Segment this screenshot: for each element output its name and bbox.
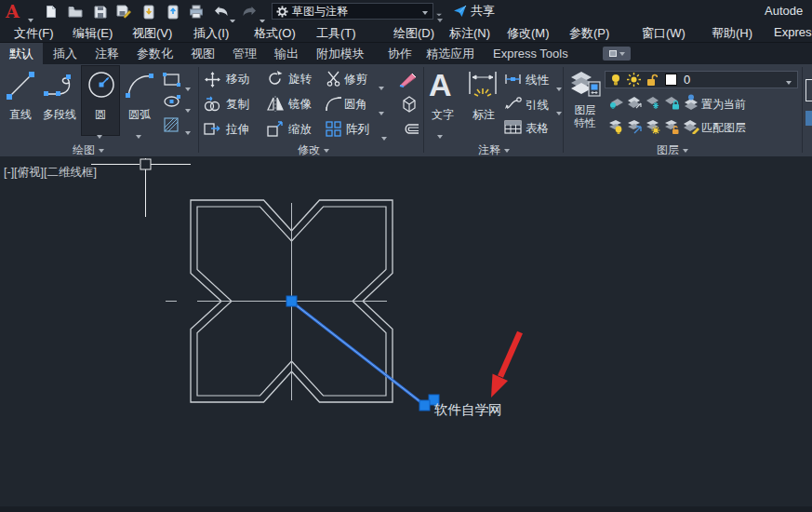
trim-dropdown-icon[interactable] [379, 77, 384, 94]
text-button[interactable]: A [429, 67, 452, 102]
linear-dim-button[interactable] [504, 74, 522, 85]
mirror-label[interactable]: 镜像 [288, 97, 312, 113]
autocad-logo-icon[interactable]: A [6, 1, 20, 21]
hatch-button[interactable] [163, 116, 180, 133]
fillet-dropdown-icon[interactable] [379, 102, 384, 119]
move-button[interactable] [205, 72, 220, 88]
arc-button[interactable] [125, 72, 154, 100]
make-current-label[interactable]: 置为当前 [701, 97, 746, 113]
menu-dimension[interactable]: 标注(N) [449, 25, 490, 42]
menu-edit[interactable]: 编辑(E) [73, 25, 113, 42]
save-button[interactable] [92, 4, 109, 20]
dimension-button[interactable] [467, 70, 499, 101]
erase-button[interactable] [398, 70, 419, 88]
tab-addins[interactable]: 附加模块 [307, 43, 374, 64]
table-button[interactable] [504, 120, 522, 134]
menu-express[interactable]: Express [774, 25, 812, 39]
menu-help[interactable]: 帮助(H) [712, 25, 752, 42]
new-file-button[interactable] [43, 4, 60, 20]
menu-file[interactable]: 文件(F) [14, 25, 54, 42]
tab-view[interactable]: 视图 [181, 43, 224, 64]
move-label[interactable]: 移动 [226, 72, 249, 88]
menu-parametric[interactable]: 参数(P) [569, 25, 609, 42]
scale-button[interactable] [267, 121, 284, 137]
layer-properties-button[interactable] [570, 70, 601, 99]
mirror-button[interactable] [267, 96, 284, 112]
centerlines[interactable] [166, 203, 387, 400]
menu-tools[interactable]: 工具(T) [316, 25, 356, 42]
ellipse-dropdown-icon[interactable] [185, 100, 191, 116]
undo-button[interactable] [212, 4, 229, 20]
copy-label[interactable]: 复制 [226, 97, 249, 113]
redo-button[interactable] [241, 4, 258, 20]
offset-button[interactable] [401, 122, 419, 136]
layer-walk-button[interactable] [627, 119, 643, 134]
text-dropdown-icon[interactable] [437, 126, 443, 142]
fillet-button[interactable] [326, 96, 342, 112]
layer-on-button[interactable] [608, 119, 624, 134]
explode-button[interactable] [400, 95, 419, 113]
fillet-label[interactable]: 圆角 [344, 97, 367, 113]
tab-manage[interactable]: 管理 [223, 43, 266, 64]
tab-collaborate[interactable]: 协作 [379, 43, 421, 64]
layer-unisolate-button[interactable] [627, 96, 643, 110]
rotate-button[interactable] [267, 71, 283, 87]
ribbon-display-toggle[interactable] [603, 47, 631, 61]
tab-insert[interactable]: 插入 [44, 43, 87, 64]
rectangle-dropdown-icon[interactable] [185, 78, 191, 95]
menu-window[interactable]: 窗口(W) [642, 25, 686, 42]
grip-points[interactable] [286, 296, 439, 411]
stretch-label[interactable]: 拉伸 [226, 122, 249, 138]
stretch-button[interactable] [204, 121, 221, 137]
rotate-label[interactable]: 旋转 [288, 72, 312, 88]
menu-insert[interactable]: 插入(I) [193, 25, 229, 42]
match-layer-label[interactable]: 匹配图层 [701, 120, 746, 136]
table-label[interactable]: 表格 [526, 121, 549, 137]
save-to-mobile-button[interactable] [165, 4, 181, 20]
layer-freeze-button[interactable] [646, 96, 661, 110]
grip-start[interactable] [286, 296, 297, 306]
linear-dim-label[interactable]: 线性 [526, 73, 549, 88]
selected-line[interactable] [294, 303, 423, 404]
leader-button[interactable] [504, 97, 522, 110]
line-button[interactable] [6, 71, 35, 101]
tab-featured-apps[interactable]: 精选应用 [417, 43, 484, 64]
layer-unlock-button[interactable] [664, 119, 680, 134]
tab-express-tools[interactable]: Express Tools [484, 43, 578, 64]
linear-dropdown-icon[interactable] [556, 78, 562, 95]
open-file-button[interactable] [67, 4, 84, 20]
polyline-button[interactable] [43, 74, 76, 98]
rectangle-button[interactable] [163, 73, 180, 87]
array-label[interactable]: 阵列 [346, 122, 369, 138]
workspace-switcher[interactable]: 草图与注释 [272, 3, 433, 20]
match-layer-button[interactable] [683, 118, 699, 134]
leader-dropdown-icon[interactable] [556, 102, 562, 119]
tab-home[interactable]: 默认 [0, 43, 43, 64]
menu-draw[interactable]: 绘图(D) [393, 25, 434, 42]
trim-button[interactable] [326, 71, 341, 87]
share-button[interactable]: 共享 [453, 3, 495, 20]
copy-button[interactable] [204, 96, 220, 112]
layer-thaw-button[interactable] [646, 119, 661, 134]
ellipse-button[interactable] [163, 95, 180, 108]
open-from-mobile-button[interactable] [140, 4, 157, 20]
menu-modify[interactable]: 修改(M) [507, 25, 550, 42]
menu-format[interactable]: 格式(O) [254, 25, 296, 42]
circle-button[interactable] [86, 69, 117, 101]
layer-dropdown[interactable]: 0 [605, 71, 798, 88]
print-button[interactable] [188, 4, 205, 20]
array-dropdown-icon[interactable] [381, 128, 387, 144]
watermark-text[interactable]: 软件自学网 [433, 402, 502, 417]
layer-lock-button[interactable] [664, 96, 680, 110]
viewport-controls-label[interactable]: [-][俯视][二维线框] [4, 165, 97, 181]
array-button[interactable] [326, 121, 341, 137]
leader-label[interactable]: 引线 [526, 98, 549, 114]
layer-isolate-button[interactable] [608, 96, 624, 110]
scale-label[interactable]: 缩放 [288, 122, 312, 138]
tab-parametric[interactable]: 参数化 [127, 43, 182, 64]
hatch-dropdown-icon[interactable] [185, 122, 191, 139]
menu-view[interactable]: 视图(V) [132, 25, 172, 42]
grip-end[interactable] [419, 400, 430, 411]
trim-label[interactable]: 修剪 [344, 72, 367, 88]
arc-dropdown-icon[interactable] [136, 126, 141, 142]
